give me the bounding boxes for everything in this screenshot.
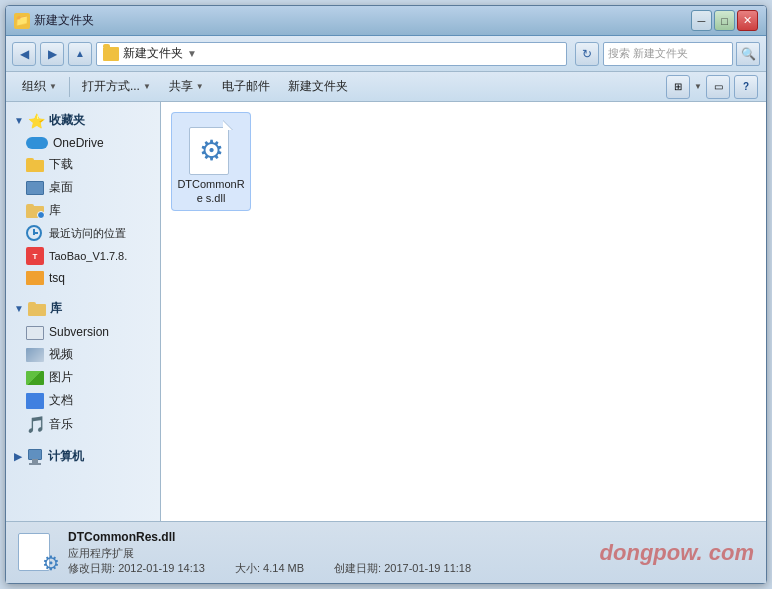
sidebar-item-taobao[interactable]: T TaoBao_V1.7.8. bbox=[6, 244, 160, 268]
lib-section-icon bbox=[28, 302, 46, 316]
computer-arrow: ▶ bbox=[14, 451, 22, 462]
explorer-window: 📁 新建文件夹 ─ □ ✕ ◀ ▶ ▲ 新建文件夹 ▼ ↻ 搜索 新建文件夹 🔍… bbox=[5, 5, 767, 584]
search-box[interactable]: 搜索 新建文件夹 bbox=[603, 42, 733, 66]
sidebar-item-video[interactable]: 视频 bbox=[6, 343, 160, 366]
view-options-button[interactable]: ⊞ bbox=[666, 75, 690, 99]
close-button[interactable]: ✕ bbox=[737, 10, 758, 31]
refresh-button[interactable]: ↻ bbox=[575, 42, 599, 66]
path-text: 新建文件夹 bbox=[123, 45, 183, 62]
toolbar-sep-1 bbox=[69, 77, 70, 97]
organize-chevron: ▼ bbox=[49, 82, 57, 91]
new-folder-button[interactable]: 新建文件夹 bbox=[280, 75, 356, 99]
dll-file-icon: ⚙ bbox=[185, 120, 237, 175]
library-label: 库 bbox=[49, 202, 61, 219]
sidebar: ▼ ⭐ 收藏夹 OneDrive 下载 桌面 bbox=[6, 102, 161, 521]
status-file-icon: ⚙ bbox=[18, 533, 58, 573]
desktop-label: 桌面 bbox=[49, 179, 73, 196]
lib-arrow: ▼ bbox=[14, 303, 24, 314]
recent-label: 最近访问的位置 bbox=[49, 226, 126, 241]
up-button[interactable]: ▲ bbox=[68, 42, 92, 66]
size-info: 大小: 4.14 MB bbox=[235, 561, 304, 576]
sidebar-item-desktop[interactable]: 桌面 bbox=[6, 176, 160, 199]
email-label: 电子邮件 bbox=[222, 78, 270, 95]
sidebar-item-music[interactable]: 🎵 音乐 bbox=[6, 412, 160, 436]
sidebar-item-library[interactable]: 库 bbox=[6, 199, 160, 222]
size-label: 大小: bbox=[235, 562, 260, 574]
help-button[interactable]: ? bbox=[734, 75, 758, 99]
sidebar-lib-header[interactable]: ▼ 库 bbox=[6, 296, 160, 321]
sidebar-item-subversion[interactable]: Subversion bbox=[6, 321, 160, 343]
library-icon bbox=[26, 204, 44, 218]
recent-icon bbox=[26, 225, 44, 241]
organize-label: 组织 bbox=[22, 78, 46, 95]
music-icon: 🎵 bbox=[26, 415, 44, 433]
open-with-button[interactable]: 打开方式... ▼ bbox=[74, 75, 159, 99]
computer-label: 计算机 bbox=[48, 448, 84, 465]
sidebar-item-docs[interactable]: 文档 bbox=[6, 389, 160, 412]
tsq-icon bbox=[26, 271, 44, 285]
download-folder-icon bbox=[26, 158, 44, 172]
create-info: 创建日期: 2017-01-19 11:18 bbox=[334, 561, 471, 576]
back-button[interactable]: ◀ bbox=[12, 42, 36, 66]
desktop-icon bbox=[26, 181, 44, 195]
modify-label: 修改日期: bbox=[68, 562, 115, 574]
status-info: DTCommonRes.dll 应用程序扩展 修改日期: 2012-01-19 … bbox=[68, 530, 590, 576]
sidebar-item-recent[interactable]: 最近访问的位置 bbox=[6, 222, 160, 244]
favorites-label: 收藏夹 bbox=[49, 112, 85, 129]
photos-icon bbox=[26, 371, 44, 385]
toolbar: 组织 ▼ 打开方式... ▼ 共享 ▼ 电子邮件 新建文件夹 ⊞ ▼ ▭ ? bbox=[6, 72, 766, 102]
status-bar: ⚙ DTCommonRes.dll 应用程序扩展 修改日期: 2012-01-1… bbox=[6, 521, 766, 583]
modify-info: 修改日期: 2012-01-19 14:13 bbox=[68, 561, 205, 576]
maximize-button[interactable]: □ bbox=[714, 10, 735, 31]
search-button[interactable]: 🔍 bbox=[736, 42, 760, 66]
title-bar: 📁 新建文件夹 ─ □ ✕ bbox=[6, 6, 766, 36]
sidebar-divider-2 bbox=[6, 436, 160, 444]
window-title: 新建文件夹 bbox=[34, 12, 94, 29]
organize-button[interactable]: 组织 ▼ bbox=[14, 75, 65, 99]
refresh-area: ↻ bbox=[575, 42, 599, 66]
share-chevron: ▼ bbox=[196, 82, 204, 91]
watermark-text: dongpow. com bbox=[600, 540, 754, 566]
computer-icon bbox=[26, 449, 44, 465]
status-filename: DTCommonRes.dll bbox=[68, 530, 590, 544]
video-label: 视频 bbox=[49, 346, 73, 363]
address-bar: ◀ ▶ ▲ 新建文件夹 ▼ ↻ 搜索 新建文件夹 🔍 bbox=[6, 36, 766, 72]
file-area[interactable]: ⚙ DTCommonRe s.dll bbox=[161, 102, 766, 521]
toolbar-right: ⊞ ▼ ▭ ? bbox=[666, 75, 758, 99]
window-icon: 📁 bbox=[14, 13, 30, 29]
view-chevron: ▼ bbox=[694, 82, 702, 91]
sidebar-item-download[interactable]: 下载 bbox=[6, 153, 160, 176]
preview-button[interactable]: ▭ bbox=[706, 75, 730, 99]
sidebar-item-tsq[interactable]: tsq bbox=[6, 268, 160, 288]
status-type: 应用程序扩展 bbox=[68, 546, 590, 561]
minimize-button[interactable]: ─ bbox=[691, 10, 712, 31]
modify-date: 2012-01-19 14:13 bbox=[118, 562, 205, 574]
photos-label: 图片 bbox=[49, 369, 73, 386]
forward-button[interactable]: ▶ bbox=[40, 42, 64, 66]
sidebar-item-onedrive[interactable]: OneDrive bbox=[6, 133, 160, 153]
taobao-label: TaoBao_V1.7.8. bbox=[49, 250, 127, 262]
file-icon-wrapper: ⚙ bbox=[182, 117, 240, 177]
sidebar-favorites-header[interactable]: ▼ ⭐ 收藏夹 bbox=[6, 108, 160, 133]
music-label: 音乐 bbox=[49, 416, 73, 433]
status-gear-icon: ⚙ bbox=[42, 551, 60, 575]
file-item-dtcommonres[interactable]: ⚙ DTCommonRe s.dll bbox=[171, 112, 251, 211]
download-label: 下载 bbox=[49, 156, 73, 173]
taobao-icon: T bbox=[26, 247, 44, 265]
sidebar-item-photos[interactable]: 图片 bbox=[6, 366, 160, 389]
lib-section-label: 库 bbox=[50, 300, 62, 317]
open-chevron: ▼ bbox=[143, 82, 151, 91]
share-button[interactable]: 共享 ▼ bbox=[161, 75, 212, 99]
subversion-icon bbox=[26, 324, 44, 340]
docs-icon bbox=[26, 393, 44, 409]
subversion-label: Subversion bbox=[49, 325, 109, 339]
address-path[interactable]: 新建文件夹 ▼ bbox=[96, 42, 567, 66]
main-area: ▼ ⭐ 收藏夹 OneDrive 下载 桌面 bbox=[6, 102, 766, 521]
sidebar-computer-header[interactable]: ▶ 计算机 bbox=[6, 444, 160, 469]
onedrive-icon bbox=[26, 137, 48, 149]
sidebar-divider-1 bbox=[6, 288, 160, 296]
email-button[interactable]: 电子邮件 bbox=[214, 75, 278, 99]
file-name-label: DTCommonRe s.dll bbox=[176, 177, 246, 206]
gear-overlay-icon: ⚙ bbox=[193, 133, 229, 169]
window-controls: ─ □ ✕ bbox=[691, 10, 758, 31]
